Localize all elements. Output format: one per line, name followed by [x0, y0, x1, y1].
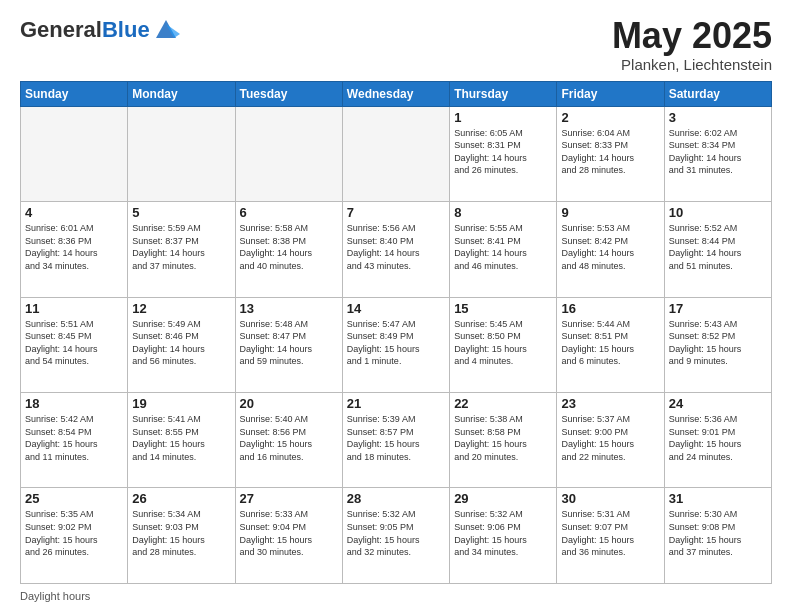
week-row-4: 18Sunrise: 5:42 AM Sunset: 8:54 PM Dayli…: [21, 393, 772, 488]
day-info: Sunrise: 6:05 AM Sunset: 8:31 PM Dayligh…: [454, 127, 552, 177]
calendar-cell: 29Sunrise: 5:32 AM Sunset: 9:06 PM Dayli…: [450, 488, 557, 584]
day-number: 20: [240, 396, 338, 411]
day-info: Sunrise: 5:35 AM Sunset: 9:02 PM Dayligh…: [25, 508, 123, 558]
day-number: 23: [561, 396, 659, 411]
day-number: 22: [454, 396, 552, 411]
day-info: Sunrise: 5:47 AM Sunset: 8:49 PM Dayligh…: [347, 318, 445, 368]
day-number: 18: [25, 396, 123, 411]
dow-header-wednesday: Wednesday: [342, 81, 449, 106]
day-info: Sunrise: 5:45 AM Sunset: 8:50 PM Dayligh…: [454, 318, 552, 368]
calendar-cell: 23Sunrise: 5:37 AM Sunset: 9:00 PM Dayli…: [557, 393, 664, 488]
day-number: 8: [454, 205, 552, 220]
month-title: May 2025: [612, 16, 772, 56]
day-info: Sunrise: 5:39 AM Sunset: 8:57 PM Dayligh…: [347, 413, 445, 463]
calendar-cell: [128, 106, 235, 201]
calendar-cell: 31Sunrise: 5:30 AM Sunset: 9:08 PM Dayli…: [664, 488, 771, 584]
day-info: Sunrise: 5:49 AM Sunset: 8:46 PM Dayligh…: [132, 318, 230, 368]
day-info: Sunrise: 5:31 AM Sunset: 9:07 PM Dayligh…: [561, 508, 659, 558]
day-info: Sunrise: 6:04 AM Sunset: 8:33 PM Dayligh…: [561, 127, 659, 177]
calendar-cell: [21, 106, 128, 201]
calendar-cell: 25Sunrise: 5:35 AM Sunset: 9:02 PM Dayli…: [21, 488, 128, 584]
week-row-1: 1Sunrise: 6:05 AM Sunset: 8:31 PM Daylig…: [21, 106, 772, 201]
calendar-cell: 19Sunrise: 5:41 AM Sunset: 8:55 PM Dayli…: [128, 393, 235, 488]
day-info: Sunrise: 5:41 AM Sunset: 8:55 PM Dayligh…: [132, 413, 230, 463]
calendar-cell: 28Sunrise: 5:32 AM Sunset: 9:05 PM Dayli…: [342, 488, 449, 584]
day-number: 3: [669, 110, 767, 125]
calendar-cell: 3Sunrise: 6:02 AM Sunset: 8:34 PM Daylig…: [664, 106, 771, 201]
dow-header-tuesday: Tuesday: [235, 81, 342, 106]
day-number: 2: [561, 110, 659, 125]
day-number: 1: [454, 110, 552, 125]
calendar-cell: 30Sunrise: 5:31 AM Sunset: 9:07 PM Dayli…: [557, 488, 664, 584]
calendar-cell: 4Sunrise: 6:01 AM Sunset: 8:36 PM Daylig…: [21, 202, 128, 297]
day-info: Sunrise: 5:38 AM Sunset: 8:58 PM Dayligh…: [454, 413, 552, 463]
logo: GeneralBlue: [20, 16, 180, 44]
day-info: Sunrise: 5:58 AM Sunset: 8:38 PM Dayligh…: [240, 222, 338, 272]
day-number: 11: [25, 301, 123, 316]
header: GeneralBlue May 2025 Planken, Liechtenst…: [20, 16, 772, 73]
day-number: 16: [561, 301, 659, 316]
calendar-cell: 22Sunrise: 5:38 AM Sunset: 8:58 PM Dayli…: [450, 393, 557, 488]
calendar-cell: [235, 106, 342, 201]
day-number: 4: [25, 205, 123, 220]
calendar-cell: 20Sunrise: 5:40 AM Sunset: 8:56 PM Dayli…: [235, 393, 342, 488]
day-number: 19: [132, 396, 230, 411]
page: GeneralBlue May 2025 Planken, Liechtenst…: [0, 0, 792, 612]
day-info: Sunrise: 5:51 AM Sunset: 8:45 PM Dayligh…: [25, 318, 123, 368]
calendar-cell: 18Sunrise: 5:42 AM Sunset: 8:54 PM Dayli…: [21, 393, 128, 488]
calendar-cell: 16Sunrise: 5:44 AM Sunset: 8:51 PM Dayli…: [557, 297, 664, 392]
day-info: Sunrise: 5:30 AM Sunset: 9:08 PM Dayligh…: [669, 508, 767, 558]
day-info: Sunrise: 5:52 AM Sunset: 8:44 PM Dayligh…: [669, 222, 767, 272]
day-number: 5: [132, 205, 230, 220]
week-row-3: 11Sunrise: 5:51 AM Sunset: 8:45 PM Dayli…: [21, 297, 772, 392]
day-number: 12: [132, 301, 230, 316]
calendar-table: SundayMondayTuesdayWednesdayThursdayFrid…: [20, 81, 772, 584]
day-info: Sunrise: 5:43 AM Sunset: 8:52 PM Dayligh…: [669, 318, 767, 368]
dow-header-friday: Friday: [557, 81, 664, 106]
day-info: Sunrise: 5:56 AM Sunset: 8:40 PM Dayligh…: [347, 222, 445, 272]
calendar-cell: 6Sunrise: 5:58 AM Sunset: 8:38 PM Daylig…: [235, 202, 342, 297]
day-number: 7: [347, 205, 445, 220]
day-number: 30: [561, 491, 659, 506]
calendar-cell: 26Sunrise: 5:34 AM Sunset: 9:03 PM Dayli…: [128, 488, 235, 584]
day-number: 27: [240, 491, 338, 506]
calendar-cell: 7Sunrise: 5:56 AM Sunset: 8:40 PM Daylig…: [342, 202, 449, 297]
calendar-cell: 11Sunrise: 5:51 AM Sunset: 8:45 PM Dayli…: [21, 297, 128, 392]
calendar-cell: 21Sunrise: 5:39 AM Sunset: 8:57 PM Dayli…: [342, 393, 449, 488]
day-number: 17: [669, 301, 767, 316]
day-number: 10: [669, 205, 767, 220]
day-number: 28: [347, 491, 445, 506]
week-row-5: 25Sunrise: 5:35 AM Sunset: 9:02 PM Dayli…: [21, 488, 772, 584]
footer: Daylight hours: [20, 590, 772, 602]
daylight-label: Daylight hours: [20, 590, 90, 602]
calendar-cell: 17Sunrise: 5:43 AM Sunset: 8:52 PM Dayli…: [664, 297, 771, 392]
calendar-cell: 15Sunrise: 5:45 AM Sunset: 8:50 PM Dayli…: [450, 297, 557, 392]
calendar-cell: 24Sunrise: 5:36 AM Sunset: 9:01 PM Dayli…: [664, 393, 771, 488]
days-of-week-row: SundayMondayTuesdayWednesdayThursdayFrid…: [21, 81, 772, 106]
day-info: Sunrise: 5:32 AM Sunset: 9:06 PM Dayligh…: [454, 508, 552, 558]
day-info: Sunrise: 5:44 AM Sunset: 8:51 PM Dayligh…: [561, 318, 659, 368]
dow-header-sunday: Sunday: [21, 81, 128, 106]
day-info: Sunrise: 5:40 AM Sunset: 8:56 PM Dayligh…: [240, 413, 338, 463]
day-info: Sunrise: 6:01 AM Sunset: 8:36 PM Dayligh…: [25, 222, 123, 272]
day-info: Sunrise: 5:53 AM Sunset: 8:42 PM Dayligh…: [561, 222, 659, 272]
day-number: 21: [347, 396, 445, 411]
calendar-body: 1Sunrise: 6:05 AM Sunset: 8:31 PM Daylig…: [21, 106, 772, 583]
day-info: Sunrise: 5:48 AM Sunset: 8:47 PM Dayligh…: [240, 318, 338, 368]
logo-general: GeneralBlue: [20, 19, 150, 41]
day-info: Sunrise: 5:36 AM Sunset: 9:01 PM Dayligh…: [669, 413, 767, 463]
day-number: 26: [132, 491, 230, 506]
week-row-2: 4Sunrise: 6:01 AM Sunset: 8:36 PM Daylig…: [21, 202, 772, 297]
calendar-cell: [342, 106, 449, 201]
calendar-cell: 5Sunrise: 5:59 AM Sunset: 8:37 PM Daylig…: [128, 202, 235, 297]
calendar-cell: 1Sunrise: 6:05 AM Sunset: 8:31 PM Daylig…: [450, 106, 557, 201]
day-info: Sunrise: 5:34 AM Sunset: 9:03 PM Dayligh…: [132, 508, 230, 558]
day-number: 13: [240, 301, 338, 316]
calendar-cell: 27Sunrise: 5:33 AM Sunset: 9:04 PM Dayli…: [235, 488, 342, 584]
day-number: 25: [25, 491, 123, 506]
day-info: Sunrise: 5:55 AM Sunset: 8:41 PM Dayligh…: [454, 222, 552, 272]
calendar-cell: 8Sunrise: 5:55 AM Sunset: 8:41 PM Daylig…: [450, 202, 557, 297]
calendar-cell: 12Sunrise: 5:49 AM Sunset: 8:46 PM Dayli…: [128, 297, 235, 392]
calendar-cell: 14Sunrise: 5:47 AM Sunset: 8:49 PM Dayli…: [342, 297, 449, 392]
calendar-cell: 10Sunrise: 5:52 AM Sunset: 8:44 PM Dayli…: [664, 202, 771, 297]
